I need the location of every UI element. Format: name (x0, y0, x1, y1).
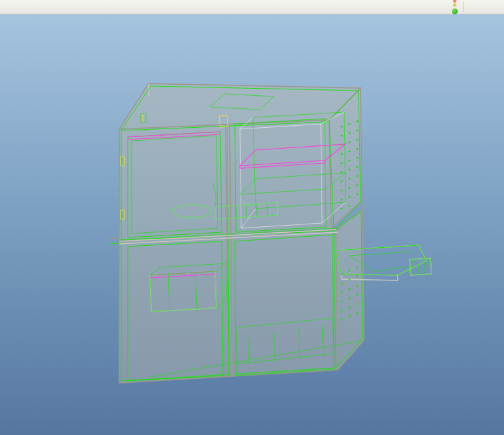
svg-point-51 (340, 273, 342, 275)
svg-point-38 (348, 168, 350, 170)
svg-point-54 (340, 282, 342, 284)
svg-point-48 (356, 193, 358, 195)
svg-point-31 (340, 153, 342, 155)
svg-point-33 (356, 147, 358, 149)
svg-point-58 (348, 288, 350, 290)
svg-point-36 (356, 157, 358, 158)
svg-point-63 (340, 309, 342, 311)
svg-point-60 (340, 300, 342, 302)
svg-point-23 (348, 123, 350, 125)
wireframe-model-icon (0, 14, 504, 435)
svg-point-42 (356, 175, 358, 177)
svg-point-24 (356, 120, 358, 122)
svg-point-35 (348, 159, 350, 161)
svg-point-37 (340, 171, 342, 173)
svg-point-67 (348, 315, 350, 317)
svg-point-52 (348, 269, 350, 271)
svg-point-55 (348, 278, 350, 280)
svg-point-50 (348, 205, 350, 207)
svg-point-56 (356, 275, 358, 277)
svg-point-49 (340, 207, 342, 209)
svg-point-28 (340, 143, 342, 145)
svg-point-44 (348, 187, 350, 188)
toolbar (0, 0, 504, 14)
svg-point-68 (356, 312, 358, 314)
status-light-red-icon (453, 0, 456, 3)
svg-point-66 (340, 318, 342, 320)
svg-point-32 (348, 150, 350, 152)
svg-line-14 (417, 259, 419, 275)
svg-point-41 (348, 177, 350, 179)
status-indicator[interactable] (452, 0, 458, 14)
svg-point-26 (348, 132, 350, 134)
svg-point-47 (348, 196, 350, 198)
svg-point-46 (340, 198, 342, 200)
status-light-green-icon (452, 8, 458, 14)
svg-point-29 (348, 141, 350, 143)
svg-point-40 (340, 180, 342, 182)
svg-point-61 (348, 297, 350, 299)
svg-point-53 (356, 266, 358, 268)
svg-point-39 (356, 166, 358, 168)
svg-point-25 (340, 134, 342, 136)
svg-point-34 (340, 162, 342, 164)
svg-point-59 (356, 284, 358, 286)
cad-viewport[interactable] (0, 14, 504, 435)
svg-point-62 (356, 293, 358, 295)
svg-point-27 (356, 129, 358, 131)
svg-point-65 (356, 303, 358, 305)
svg-point-64 (348, 306, 350, 308)
toolbar-divider (463, 2, 464, 12)
svg-point-22 (340, 125, 342, 127)
status-light-yellow-icon (453, 3, 456, 7)
svg-point-30 (356, 138, 358, 140)
svg-point-43 (340, 189, 342, 191)
svg-point-57 (340, 291, 342, 293)
svg-point-45 (356, 184, 358, 186)
svg-line-15 (424, 258, 425, 274)
